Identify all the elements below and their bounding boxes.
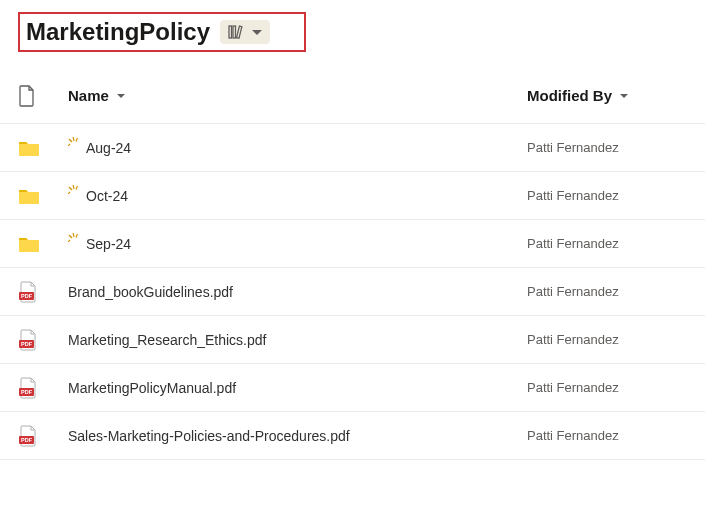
new-indicator-icon [68, 184, 78, 196]
column-header-name[interactable]: Name [68, 87, 527, 104]
item-modified-by[interactable]: Patti Fernandez [527, 188, 687, 203]
list-item[interactable]: PDF Sales-Marketing-Policies-and-Procedu… [0, 412, 705, 460]
svg-line-6 [76, 138, 78, 142]
svg-text:PDF: PDF [21, 389, 33, 395]
pdf-icon: PDF [18, 281, 68, 303]
folder-icon [18, 235, 68, 253]
new-indicator-icon [68, 136, 78, 148]
item-name: Oct-24 [86, 188, 128, 204]
list-item[interactable]: Sep-24Patti Fernandez [0, 220, 705, 268]
item-name: Sales-Marketing-Policies-and-Procedures.… [68, 428, 350, 444]
library-dropdown-button[interactable] [220, 20, 270, 44]
chevron-down-icon [620, 94, 628, 98]
file-list: Name Modified By Aug-24Patti Fernandez O… [0, 76, 705, 460]
item-modified-by[interactable]: Patti Fernandez [527, 428, 687, 443]
library-title: MarketingPolicy [26, 18, 210, 46]
item-name-cell[interactable]: Sales-Marketing-Policies-and-Procedures.… [68, 428, 527, 444]
item-name: Marketing_Research_Ethics.pdf [68, 332, 266, 348]
item-name: Brand_bookGuidelines.pdf [68, 284, 233, 300]
list-item[interactable]: PDF MarketingPolicyManual.pdfPatti Ferna… [0, 364, 705, 412]
svg-line-9 [73, 185, 74, 189]
item-name-cell[interactable]: Marketing_Research_Ethics.pdf [68, 332, 527, 348]
svg-rect-2 [237, 26, 242, 38]
svg-text:PDF: PDF [21, 341, 33, 347]
item-name: MarketingPolicyManual.pdf [68, 380, 236, 396]
item-modified-by[interactable]: Patti Fernandez [527, 380, 687, 395]
list-item[interactable]: PDF Brand_bookGuidelines.pdfPatti Fernan… [0, 268, 705, 316]
svg-line-14 [76, 234, 78, 238]
svg-line-11 [68, 240, 70, 242]
new-indicator-icon [68, 232, 78, 244]
item-name: Aug-24 [86, 140, 131, 156]
item-modified-by[interactable]: Patti Fernandez [527, 236, 687, 251]
item-name: Sep-24 [86, 236, 131, 252]
svg-line-12 [69, 235, 72, 238]
folder-icon [18, 139, 68, 157]
list-item[interactable]: Aug-24Patti Fernandez [0, 124, 705, 172]
svg-line-7 [68, 192, 70, 194]
svg-line-5 [73, 137, 74, 141]
svg-line-10 [76, 186, 78, 190]
item-name-cell[interactable]: Aug-24 [68, 140, 527, 156]
pdf-icon: PDF [18, 377, 68, 399]
svg-line-8 [69, 187, 72, 190]
item-modified-by[interactable]: Patti Fernandez [527, 284, 687, 299]
pdf-icon: PDF [18, 425, 68, 447]
svg-rect-0 [229, 26, 232, 38]
svg-line-4 [69, 139, 72, 142]
svg-text:PDF: PDF [21, 437, 33, 443]
svg-rect-1 [233, 26, 236, 38]
column-header-name-label: Name [68, 87, 109, 104]
svg-line-3 [68, 144, 70, 146]
library-icon [228, 24, 246, 40]
svg-text:PDF: PDF [21, 293, 33, 299]
folder-icon [18, 187, 68, 205]
item-name-cell[interactable]: Sep-24 [68, 236, 527, 252]
item-modified-by[interactable]: Patti Fernandez [527, 140, 687, 155]
column-header-row: Name Modified By [0, 76, 705, 124]
svg-line-13 [73, 233, 74, 237]
item-name-cell[interactable]: MarketingPolicyManual.pdf [68, 380, 527, 396]
list-item[interactable]: PDF Marketing_Research_Ethics.pdfPatti F… [0, 316, 705, 364]
column-header-modified-by[interactable]: Modified By [527, 87, 687, 104]
list-item[interactable]: Oct-24Patti Fernandez [0, 172, 705, 220]
chevron-down-icon [252, 30, 262, 35]
item-name-cell[interactable]: Oct-24 [68, 188, 527, 204]
file-type-icon [18, 85, 36, 107]
column-header-modified-by-label: Modified By [527, 87, 612, 104]
column-header-type[interactable] [18, 85, 68, 107]
pdf-icon: PDF [18, 329, 68, 351]
library-title-row: MarketingPolicy [18, 12, 306, 52]
item-name-cell[interactable]: Brand_bookGuidelines.pdf [68, 284, 527, 300]
item-modified-by[interactable]: Patti Fernandez [527, 332, 687, 347]
chevron-down-icon [117, 94, 125, 98]
